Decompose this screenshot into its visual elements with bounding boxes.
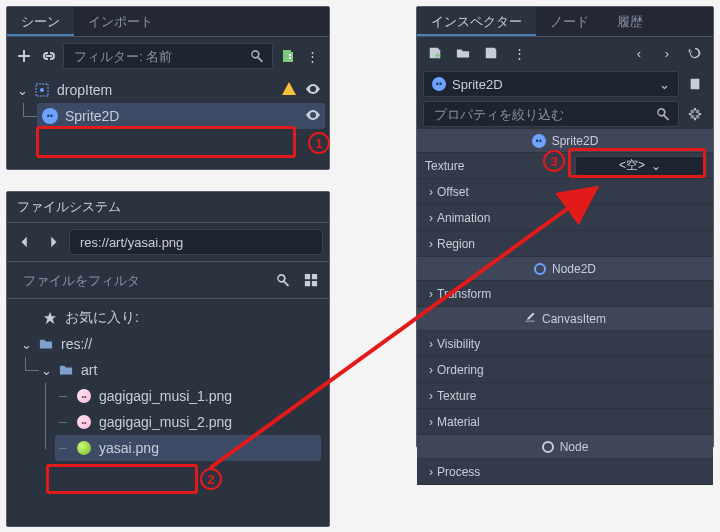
file-label: yasai.png: [97, 440, 317, 456]
prop-offset[interactable]: ›Offset: [417, 179, 713, 205]
more-button[interactable]: ⋮: [302, 44, 323, 68]
tab-history[interactable]: 履歴: [603, 7, 657, 36]
tab-scene[interactable]: シーン: [7, 7, 74, 36]
prop-transform[interactable]: ›Transform: [417, 281, 713, 307]
caret-icon[interactable]: ›: [425, 287, 437, 301]
caret-icon[interactable]: ›: [425, 389, 437, 403]
section-sprite2d[interactable]: •• Sprite2D: [417, 129, 713, 153]
caret-icon[interactable]: ⌄: [19, 337, 33, 352]
file-filter[interactable]: [13, 267, 267, 293]
save-resource-button[interactable]: [479, 41, 503, 65]
tree-row-root[interactable]: ⌄ dropItem: [11, 77, 325, 103]
brush-icon: [524, 311, 536, 326]
caret-icon[interactable]: ›: [425, 415, 437, 429]
folder-label: art: [79, 362, 317, 378]
section-node2d[interactable]: Node2D: [417, 257, 713, 281]
node2d-icon: [33, 81, 51, 99]
grid-view-button[interactable]: [299, 268, 323, 292]
prop-animation[interactable]: ›Animation: [417, 205, 713, 231]
new-resource-button[interactable]: [423, 41, 447, 65]
texture-value: <空>: [619, 157, 645, 174]
back-button[interactable]: [13, 230, 37, 254]
history-menu-button[interactable]: [683, 41, 707, 65]
tab-node[interactable]: ノード: [536, 7, 603, 36]
visibility-icon[interactable]: [305, 107, 321, 126]
prop-ordering[interactable]: ›Ordering: [417, 357, 713, 383]
file-label: gagigagi_musi_1.png: [97, 388, 317, 404]
filesystem-panel: ファイルシステム お気に入り: ⌄: [6, 191, 330, 527]
object-name: Sprite2D: [452, 77, 653, 92]
property-filter[interactable]: [423, 101, 679, 127]
prop-texture[interactable]: Texture <空> ⌄: [417, 153, 713, 179]
section-canvasitem[interactable]: CanvasItem: [417, 307, 713, 331]
prop-process[interactable]: ›Process: [417, 459, 713, 485]
caret-icon[interactable]: ›: [425, 185, 437, 199]
visibility-icon[interactable]: [305, 81, 321, 100]
image-icon: ••: [75, 413, 93, 431]
tree-row-res[interactable]: ⌄ res://: [15, 331, 321, 357]
path-field[interactable]: [69, 229, 323, 255]
prop-label: Offset: [437, 185, 705, 199]
circle-icon: [534, 263, 546, 275]
file-tree: お気に入り: ⌄ res:// ⌄ art •• gagig: [7, 299, 329, 467]
section-label: Sprite2D: [552, 134, 599, 148]
file-label: gagigagi_musi_2.png: [97, 414, 317, 430]
folder-icon: [37, 335, 55, 353]
folder-label: res://: [59, 336, 317, 352]
prop-texture-canvas[interactable]: ›Texture: [417, 383, 713, 409]
link-button[interactable]: [38, 44, 59, 68]
circle-icon: [542, 441, 554, 453]
scene-filter[interactable]: [63, 43, 273, 69]
caret-icon[interactable]: ⌄: [15, 83, 29, 98]
more-button[interactable]: ⋮: [507, 41, 531, 65]
prop-material[interactable]: ›Material: [417, 409, 713, 435]
inspector-toolbar: ⋮ ‹ ›: [417, 37, 713, 69]
inspector-object-bar: •• Sprite2D ⌄: [417, 69, 713, 99]
caret-icon[interactable]: ›: [425, 337, 437, 351]
tools-button[interactable]: [683, 102, 707, 126]
section-node[interactable]: Node: [417, 435, 713, 459]
caret-icon[interactable]: ⌄: [39, 363, 53, 378]
texture-dropdown[interactable]: <空> ⌄: [575, 156, 705, 176]
tab-import[interactable]: インポート: [74, 7, 167, 36]
tree-row-art[interactable]: ⌄ art: [35, 357, 321, 383]
inspector-filter-bar: [417, 99, 713, 129]
svg-point-1: [40, 88, 44, 92]
tab-inspector[interactable]: インスペクター: [417, 7, 536, 36]
object-selector[interactable]: •• Sprite2D ⌄: [423, 71, 679, 97]
prop-label: Animation: [437, 211, 705, 225]
file-row[interactable]: •• gagigagi_musi_1.png: [55, 383, 321, 409]
file-filter-input[interactable]: [21, 272, 259, 289]
scene-filter-input[interactable]: [72, 48, 244, 65]
caret-icon[interactable]: ›: [425, 363, 437, 377]
prop-label: Region: [437, 237, 705, 251]
docs-button[interactable]: [683, 72, 707, 96]
chevron-down-icon: ⌄: [651, 159, 661, 173]
caret-icon[interactable]: ›: [425, 211, 437, 225]
forward-button[interactable]: [41, 230, 65, 254]
folder-icon: [57, 361, 75, 379]
prop-label: Transform: [437, 287, 705, 301]
scene-tabs: シーン インポート: [7, 7, 329, 37]
prop-visibility[interactable]: ›Visibility: [417, 331, 713, 357]
new-script-button[interactable]: [277, 44, 298, 68]
sprite2d-icon: ••: [432, 77, 446, 91]
section-label: CanvasItem: [542, 312, 606, 326]
open-resource-button[interactable]: [451, 41, 475, 65]
prop-label: Texture: [437, 389, 705, 403]
history-forward-button[interactable]: ›: [655, 41, 679, 65]
prop-region[interactable]: ›Region: [417, 231, 713, 257]
property-filter-input[interactable]: [432, 106, 650, 123]
search-icon: [250, 49, 264, 63]
file-row[interactable]: •• gagigagi_musi_2.png: [55, 409, 321, 435]
add-node-button[interactable]: [13, 44, 34, 68]
caret-icon[interactable]: ›: [425, 465, 437, 479]
caret-icon[interactable]: ›: [425, 237, 437, 251]
file-row-yasai[interactable]: yasai.png: [55, 435, 321, 461]
tree-row-sprite2d[interactable]: •• Sprite2D: [37, 103, 325, 129]
path-input[interactable]: [78, 234, 314, 251]
history-back-button[interactable]: ‹: [627, 41, 651, 65]
sprite2d-icon: ••: [41, 107, 59, 125]
favorites-row[interactable]: お気に入り:: [15, 305, 321, 331]
prop-label: Ordering: [437, 363, 705, 377]
